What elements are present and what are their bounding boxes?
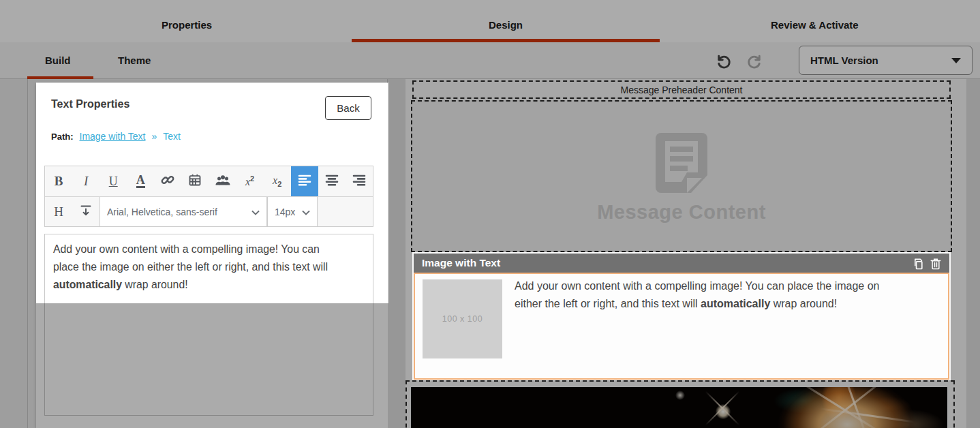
sidebar-edge-divider xyxy=(27,79,28,428)
superscript-button[interactable]: x2 xyxy=(236,166,264,196)
redo-icon xyxy=(744,52,766,70)
tab-build[interactable]: Build xyxy=(45,55,71,66)
insert-link-button[interactable] xyxy=(154,166,181,196)
superscript-icon: x2 xyxy=(245,174,254,188)
message-content-label: Message Content xyxy=(597,201,766,224)
preheader-block[interactable]: Message Preheader Content xyxy=(412,80,951,99)
breadcrumb: Path: Image with Text » Text xyxy=(51,131,181,142)
personalization-button[interactable] xyxy=(209,166,236,196)
align-center-icon xyxy=(325,174,339,189)
undo-icon xyxy=(712,52,734,70)
chevron-down-icon xyxy=(251,206,260,218)
image-with-text-block[interactable]: 100 x 100 Add your own content with a co… xyxy=(414,273,949,380)
align-left-icon xyxy=(298,174,311,189)
font-size-value: 14px xyxy=(275,207,295,217)
italic-icon: I xyxy=(84,174,88,189)
email-builder-app: Properties Design Review & Activate Buil… xyxy=(0,0,980,428)
tab-properties[interactable]: Properties xyxy=(162,19,212,31)
panel-title: Text Properties xyxy=(51,98,129,110)
design-canvas: Message Preheader Content Message Conten… xyxy=(388,79,980,428)
italic-button[interactable]: I xyxy=(72,166,99,196)
version-dropdown-value: HTML Version xyxy=(810,55,878,66)
editor-line: automatically wrap around! xyxy=(53,276,365,294)
tab-design[interactable]: Design xyxy=(489,19,523,31)
align-right-button[interactable] xyxy=(346,166,373,196)
redo-button[interactable] xyxy=(744,50,766,72)
preheader-label: Message Preheader Content xyxy=(621,85,743,95)
path-label: Path: xyxy=(51,132,74,142)
link-icon xyxy=(160,172,175,190)
line-break-button[interactable] xyxy=(72,197,99,226)
bold-button[interactable]: B xyxy=(45,166,72,196)
sparkler-streak xyxy=(791,387,890,428)
back-button[interactable]: Back xyxy=(325,96,371,120)
top-tab-bar: Properties Design Review & Activate xyxy=(0,0,980,42)
subscript-button[interactable]: x2 xyxy=(264,166,291,196)
font-family-value: Arial, Helvetica, sans-serif xyxy=(107,207,217,217)
sparkler-streak xyxy=(820,408,915,423)
undo-button[interactable] xyxy=(712,50,734,72)
heading-icon: H xyxy=(54,204,63,219)
path-current: Text xyxy=(163,131,181,142)
caret-down-icon xyxy=(951,58,961,63)
calendar-icon xyxy=(188,173,202,189)
tab-theme[interactable]: Theme xyxy=(118,55,151,66)
text-properties-panel: Text Properties Back Path: Image with Te… xyxy=(36,83,388,428)
duplicate-block-button[interactable] xyxy=(911,257,925,271)
block-title: Image with Text xyxy=(422,254,500,273)
paragraph-format-button[interactable]: H xyxy=(45,197,72,226)
toolbar-row-2: H Arial, Helvetica, sans-serif 14px xyxy=(45,196,373,226)
people-icon xyxy=(215,172,231,190)
delete-block-button[interactable] xyxy=(929,257,943,271)
document-icon xyxy=(656,133,707,196)
line-break-icon xyxy=(79,204,93,220)
duplicate-icon xyxy=(911,262,925,273)
image-placeholder-label: 100 x 100 xyxy=(442,314,483,324)
underline-icon: U xyxy=(109,174,118,189)
chevron-down-icon xyxy=(302,206,310,218)
trash-icon xyxy=(930,262,942,273)
sparkler-streak xyxy=(801,387,893,428)
font-size-select[interactable]: 14px xyxy=(267,197,318,226)
align-left-button[interactable] xyxy=(291,166,318,196)
path-link-image-with-text[interactable]: Image with Text xyxy=(80,131,146,142)
insert-date-button[interactable] xyxy=(181,166,209,196)
font-family-select[interactable]: Arial, Helvetica, sans-serif xyxy=(99,197,267,226)
block-text-line: Add your own content with a compelling i… xyxy=(515,277,930,295)
active-subtab-underline xyxy=(27,76,93,79)
text-editor-area[interactable]: Add your own content with a compelling i… xyxy=(44,234,373,416)
image-with-text-block-header[interactable]: Image with Text xyxy=(414,254,949,273)
align-center-button[interactable] xyxy=(318,166,346,196)
bold-icon: B xyxy=(55,174,63,189)
image-placeholder[interactable]: 100 x 100 xyxy=(423,279,502,358)
tab-review-activate[interactable]: Review & Activate xyxy=(771,19,859,31)
breadcrumb-separator-icon: » xyxy=(152,131,157,142)
subscript-icon: x2 xyxy=(273,174,281,188)
sparkler-image-block[interactable] xyxy=(411,387,947,428)
text-color-button[interactable]: A xyxy=(127,166,154,196)
version-dropdown[interactable]: HTML Version xyxy=(799,46,973,75)
text-color-icon: A xyxy=(136,174,145,188)
align-right-icon xyxy=(352,174,366,189)
underline-button[interactable]: U xyxy=(99,166,127,196)
editor-line: Add your own content with a compelling i… xyxy=(53,241,365,258)
rich-text-toolbar: B I U A xyxy=(44,166,373,227)
toolbar-row-1: B I U A xyxy=(45,166,373,196)
block-text-line: either the left or right, and this text … xyxy=(515,295,930,313)
editor-line: place the image on either the left or ri… xyxy=(53,258,365,276)
message-content-dropzone[interactable]: Message Content xyxy=(411,100,952,252)
block-text[interactable]: Add your own content with a compelling i… xyxy=(515,277,930,313)
